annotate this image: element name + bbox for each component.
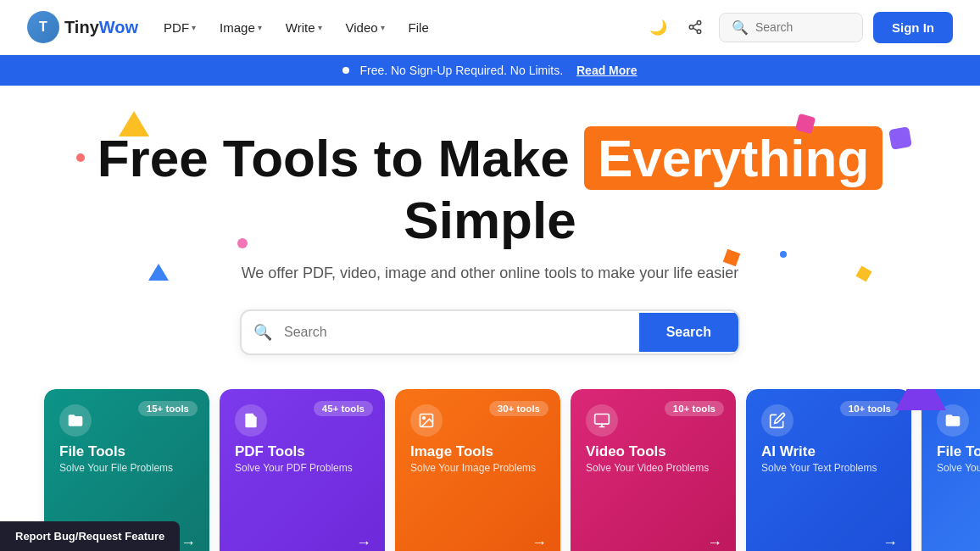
deco-dot-blue [780,251,787,258]
chevron-down-icon: ▾ [381,23,385,32]
card-badge: 45+ tools [314,401,373,416]
card-subtitle: Solve Your File Problems [59,462,194,474]
card-icon [586,404,618,437]
card-badge: 15+ tools [138,401,198,416]
svg-point-6 [423,416,426,419]
arrow-icon: → [181,534,196,551]
card-subtitle: Solve Your Image Problems [410,462,545,474]
card-badge: 30+ tools [489,401,548,416]
tool-card-wrapper-video: 10+ tools Video Tools Solve Your Video P… [571,389,736,551]
card-subtitle: Solve Your [937,462,980,474]
tool-card-wrapper-ai: 10+ tools AI Write Solve Your Text Probl… [746,389,911,551]
report-bug-button[interactable]: Report Bug/Request Feature [0,521,180,551]
svg-point-0 [697,21,701,25]
signin-button[interactable]: Sign In [873,12,953,43]
nav-label-pdf: PDF [164,20,189,35]
card-subtitle: Solve Your Video Problems [586,462,721,474]
logo-icon: T [27,11,59,43]
announcement-dot [342,67,349,74]
hero-title-prefix: Free Tools to Make [97,129,570,187]
arrow-icon: → [356,534,371,551]
svg-point-2 [697,30,701,34]
hero-title-suffix: Simple [404,191,576,249]
announcement-link[interactable]: Read More [576,64,638,77]
deco-tri-purple [895,389,946,410]
hero-search-bar: 🔍 Search [240,309,740,355]
card-title: PDF Tools [235,443,370,460]
card-subtitle: Solve Your Text Problems [761,462,896,474]
tool-card-ai[interactable]: 10+ tools AI Write Solve Your Text Probl… [746,389,911,551]
chevron-down-icon: ▾ [192,23,196,32]
svg-point-1 [689,25,693,30]
card-title: File Too... [937,443,980,460]
nav-icons: 🌙 [644,14,709,41]
tool-card-wrapper-image: 30+ tools Image Tools Solve Your Image P… [395,389,560,551]
card-subtitle: Solve Your PDF Problems [235,462,370,474]
logo[interactable]: T TinyWow [27,11,138,43]
logo-tiny: Tiny [64,18,99,36]
announcement-text: Free. No Sign-Up Required. No Limits. [359,64,563,77]
card-icon [59,404,92,437]
nav-links: PDF ▾ Image ▾ Write ▾ Video ▾ File [153,14,634,42]
card-title: AI Write [761,443,896,460]
nav-search-bar[interactable]: 🔍 [719,13,863,42]
tool-card-wrapper-file2: 10+ tools File Too... Solve Your → [922,389,980,551]
card-badge: 10+ tools [665,401,724,416]
arrow-icon: → [707,534,722,551]
nav-label-file: File [409,20,429,35]
hero-title: Free Tools to Make Everything Simple [17,126,963,251]
svg-line-4 [693,24,697,26]
nav-item-file[interactable]: File [398,14,439,42]
nav-item-image[interactable]: Image ▾ [209,14,272,42]
card-icon [761,404,793,437]
card-title: Image Tools [410,443,545,460]
hero-title-highlight: Everything [584,126,883,190]
card-icon [410,404,443,437]
tool-card-wrapper-pdf: 45+ tools PDF Tools Solve Your PDF Probl… [220,389,385,551]
nav-label-image: Image [220,20,255,35]
tool-card-file2[interactable]: 10+ tools File Too... Solve Your → [922,389,980,551]
tool-card-image[interactable]: 30+ tools Image Tools Solve Your Image P… [395,389,560,551]
svg-rect-7 [595,414,610,424]
chevron-down-icon: ▾ [258,23,262,32]
card-badge: 10+ tools [840,401,899,416]
tool-card-pdf[interactable]: 45+ tools PDF Tools Solve Your PDF Probl… [220,389,385,551]
hero-search-button[interactable]: Search [639,313,738,352]
dark-mode-toggle[interactable]: 🌙 [644,14,671,41]
announcement-bar: Free. No Sign-Up Required. No Limits. Re… [0,55,980,86]
card-title: Video Tools [586,443,721,460]
search-icon: 🔍 [242,323,284,342]
card-title: File Tools [59,443,194,460]
nav-label-write: Write [286,20,315,35]
share-icon[interactable] [682,14,709,41]
logo-text: TinyWow [64,18,138,37]
nav-item-video[interactable]: Video ▾ [336,14,395,42]
svg-line-3 [693,28,697,31]
hero-subtitle: We offer PDF, video, image and other onl… [17,264,963,282]
nav-item-write[interactable]: Write ▾ [276,14,332,42]
nav-item-pdf[interactable]: PDF ▾ [153,14,206,42]
tool-card-video[interactable]: 10+ tools Video Tools Solve Your Video P… [571,389,736,551]
nav-label-video: Video [346,20,378,35]
hero-section: Free Tools to Make Everything Simple We … [0,86,980,355]
logo-wow: Wow [99,18,138,36]
card-icon [235,404,267,437]
navbar: T TinyWow PDF ▾ Image ▾ Write ▾ Video ▾ … [0,0,980,55]
nav-search-input[interactable] [755,20,850,34]
arrow-icon: → [532,534,547,551]
arrow-icon: → [883,534,898,551]
search-icon: 🔍 [732,19,749,36]
chevron-down-icon: ▾ [318,23,322,32]
hero-search-input[interactable] [284,311,639,353]
